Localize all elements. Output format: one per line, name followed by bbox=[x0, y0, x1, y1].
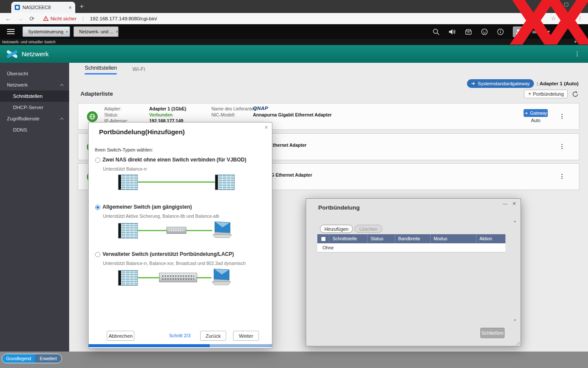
browser-back-button[interactable]: ← bbox=[5, 16, 11, 22]
header-checkbox-cell bbox=[317, 234, 329, 243]
sidebar-section-zugriffsdienste[interactable]: Zugriffsdienste bbox=[0, 113, 69, 124]
default-gateway-row: Systemstandardgateway : Adapter 1 (Auto) bbox=[467, 79, 578, 88]
topbar-icon-group: admin ▼ ⋮ bbox=[432, 24, 581, 39]
sidebar-item-uebersicht[interactable]: Übersicht bbox=[0, 68, 69, 79]
column-header[interactable]: Status bbox=[368, 234, 395, 243]
close-icon[interactable]: × bbox=[66, 29, 68, 34]
minimize-icon[interactable]: — bbox=[503, 201, 508, 207]
row-interface-cell: Ohne bbox=[317, 243, 334, 252]
resize-handle-icon[interactable] bbox=[267, 343, 272, 348]
volume-icon[interactable] bbox=[448, 28, 456, 36]
vendor-logo: QNAP bbox=[253, 106, 268, 111]
switch-type-radio-3[interactable] bbox=[95, 252, 100, 257]
sidebar-item-ddns[interactable]: DDNS bbox=[0, 124, 69, 136]
tab-close-icon[interactable]: × bbox=[68, 4, 72, 11]
user-avatar[interactable] bbox=[513, 26, 524, 37]
address-bar-url[interactable]: 192.168.177.149:8080/cgi-bin/ bbox=[90, 16, 157, 21]
laptop-icon bbox=[212, 221, 232, 239]
scroll-down-icon[interactable]: ▼ bbox=[514, 319, 517, 322]
trunking-window-title: Portbündelung bbox=[318, 204, 360, 211]
select-all-checkbox[interactable] bbox=[321, 237, 326, 241]
network-link-line bbox=[138, 230, 166, 231]
adapter-menu-icon[interactable]: ⋮ bbox=[559, 113, 565, 119]
nas-device-icon bbox=[118, 270, 138, 286]
search-icon[interactable] bbox=[432, 28, 440, 36]
network-app-logo-icon bbox=[7, 49, 17, 59]
switch-type-prompt: Ihren Switch-Typen wählen: bbox=[95, 147, 153, 152]
taskbar-tab-netzwerk[interactable]: Netzwerk- und ... × bbox=[74, 26, 118, 37]
background-task-icon[interactable] bbox=[465, 28, 472, 36]
adapter-value: Adapter 1 (1GbE) bbox=[149, 106, 186, 111]
info-icon[interactable] bbox=[497, 28, 504, 36]
gateway-value-label: : Adapter 1 (Auto) bbox=[537, 81, 578, 86]
switch-type-option-2-label[interactable]: Allgemeiner Switch (am gängigsten) bbox=[102, 204, 192, 210]
table-row[interactable]: Ohne bbox=[317, 243, 505, 252]
window-maximize-icon[interactable]: ▢ bbox=[564, 1, 568, 7]
gateway-arrow-icon bbox=[524, 111, 528, 115]
support-smiley-icon[interactable] bbox=[481, 28, 488, 36]
system-default-gateway-button[interactable]: Systemstandardgateway bbox=[467, 79, 534, 88]
close-window-button[interactable]: Schließen bbox=[480, 328, 505, 338]
dashboard-clock-icon[interactable] bbox=[574, 28, 581, 36]
new-tab-button[interactable]: + bbox=[80, 2, 84, 11]
column-header[interactable]: Aktion bbox=[476, 234, 505, 243]
bookmark-star-icon[interactable]: ☆ bbox=[551, 15, 556, 22]
scrollbar[interactable]: ▲ ▼ bbox=[513, 220, 517, 322]
content-tabs: Schnittstellen Wi-Fi bbox=[85, 63, 145, 74]
laptop-icon bbox=[211, 268, 231, 286]
main-menu-icon[interactable] bbox=[7, 29, 15, 36]
window-minimize-icon[interactable]: — bbox=[549, 1, 553, 7]
add-port-trunking-button[interactable]: + Portbündelung bbox=[524, 90, 568, 98]
switch-type-option-3-label[interactable]: Verwalteter Switch (unterstützt Portbünd… bbox=[102, 251, 234, 257]
sidebar-item-dhcp-server[interactable]: DHCP-Server bbox=[0, 102, 69, 113]
wizard-progress-fill bbox=[89, 344, 210, 347]
switch-type-option-1-label[interactable]: Zwei NAS direkt ohne einen Switch verbin… bbox=[102, 157, 246, 163]
back-button[interactable]: Zurück bbox=[200, 331, 226, 341]
column-header[interactable]: Schnittstelle bbox=[329, 234, 368, 243]
dialog-close-icon[interactable]: × bbox=[265, 124, 268, 131]
delete-trunk-button[interactable]: Löschen bbox=[355, 225, 382, 233]
browser-tab[interactable]: NAS2CEEC8 × bbox=[11, 2, 75, 13]
scroll-up-icon[interactable]: ▲ bbox=[514, 220, 517, 223]
browser-reload-button[interactable]: ⟳ bbox=[29, 16, 35, 22]
resize-handle-icon[interactable] bbox=[516, 341, 520, 345]
sidebar-section-netzwerk[interactable]: Netzwerk bbox=[0, 79, 69, 90]
site-favicon-icon bbox=[15, 5, 20, 10]
vendor-label: Name des Lieferanten: bbox=[211, 106, 257, 111]
trunk-table-header: Schnittstelle Status Bandbreite Modus Ak… bbox=[317, 234, 505, 243]
refresh-icon[interactable] bbox=[572, 91, 578, 97]
cancel-button[interactable]: Abbrechen bbox=[107, 331, 134, 341]
close-icon[interactable]: × bbox=[115, 29, 118, 34]
add-trunk-button[interactable]: Hinzufügen bbox=[320, 225, 353, 233]
advanced-mode-button[interactable]: Erweitert bbox=[35, 354, 61, 363]
wizard-step-label: Schritt 2/3 bbox=[169, 333, 191, 338]
person-icon bbox=[515, 28, 522, 35]
window-close-red-icon[interactable]: ✕ bbox=[582, 39, 585, 45]
window-close-icon[interactable]: ✕ bbox=[579, 1, 583, 7]
user-menu[interactable]: admin ▼ bbox=[532, 29, 550, 34]
column-header[interactable]: Bandbreite bbox=[395, 234, 431, 243]
more-options-icon[interactable]: ⋮ bbox=[559, 28, 565, 35]
switch-type-radio-2[interactable] bbox=[95, 205, 100, 210]
sidebar-item-schnittstellen[interactable]: Schnittstellen bbox=[0, 90, 69, 102]
browser-profile-avatar[interactable] bbox=[563, 15, 570, 22]
adapter-menu-icon[interactable]: ⋮ bbox=[559, 143, 565, 150]
header-more-icon[interactable]: ⋮ bbox=[574, 50, 580, 57]
close-icon[interactable]: ✕ bbox=[512, 201, 516, 207]
adapter-menu-icon[interactable]: ⋮ bbox=[559, 173, 565, 180]
not-secure-badge[interactable]: Nicht sicher bbox=[43, 16, 77, 21]
switch-type-radio-1[interactable] bbox=[95, 158, 100, 163]
browser-menu-icon[interactable]: ⋮ bbox=[577, 15, 583, 22]
gateway-button[interactable]: Gateway bbox=[524, 109, 548, 117]
warning-triangle-icon bbox=[43, 16, 48, 21]
taskbar-tab-systemsteuerung[interactable]: Systemsteuerung × bbox=[22, 26, 70, 37]
window-add-icon[interactable]: + bbox=[574, 39, 577, 45]
column-header[interactable]: Modus bbox=[431, 234, 476, 243]
tab-wifi[interactable]: Wi-Fi bbox=[132, 66, 145, 74]
adapter-list-actions: + Portbündelung bbox=[524, 90, 578, 98]
basic-mode-button[interactable]: Grundlegend bbox=[2, 354, 35, 363]
next-button[interactable]: Weiter bbox=[233, 331, 259, 341]
tab-schnittstellen[interactable]: Schnittstellen bbox=[85, 65, 117, 74]
browser-forward-button[interactable]: → bbox=[17, 16, 23, 22]
adapter-status-icon bbox=[87, 111, 98, 122]
